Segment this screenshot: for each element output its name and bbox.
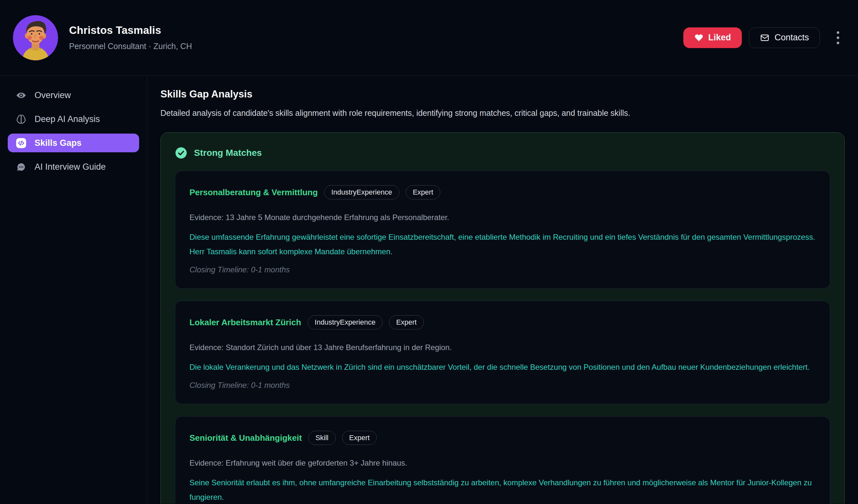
- section-title: Strong Matches: [194, 148, 262, 158]
- skill-closing-timeline: Closing Timeline: 0-1 months: [190, 381, 816, 390]
- sidebar-item-label: Deep AI Analysis: [34, 114, 100, 124]
- skill-level-badge: Expert: [342, 431, 377, 445]
- strong-matches-section: Strong Matches Personalberatung & Vermit…: [160, 132, 845, 504]
- sidebar-item-ai-interview-guide[interactable]: AI Interview Guide: [8, 158, 139, 176]
- skill-evidence: Evidence: Standort Zürich und über 13 Ja…: [190, 341, 816, 354]
- sidebar: Overview Deep AI Analysis Skills Gaps AI…: [0, 76, 147, 504]
- skill-level-badge: Expert: [406, 185, 441, 199]
- skill-card: Lokaler Arbeitsmarkt Zürich IndustryExpe…: [175, 301, 830, 404]
- skill-type-badge: IndustryExperience: [324, 185, 399, 199]
- sidebar-item-skills-gaps[interactable]: Skills Gaps: [8, 134, 139, 152]
- avatar: [13, 15, 58, 60]
- sidebar-item-label: Overview: [34, 90, 71, 100]
- kebab-menu-icon[interactable]: [831, 28, 845, 48]
- skill-card: Seniorität & Unabhängigkeit Skill Expert…: [175, 416, 830, 504]
- page-title: Skills Gap Analysis: [160, 88, 845, 100]
- skill-title: Personalberatung & Vermittlung: [190, 188, 318, 197]
- person-subtitle: Personnel Consultant · Zurich, CH: [69, 42, 192, 51]
- skill-impact: Die lokale Verankerung und das Netzwerk …: [190, 360, 816, 374]
- person-name: Christos Tasmalis: [69, 24, 192, 36]
- contacts-button-label: Contacts: [774, 33, 809, 43]
- avatar-illustration: [13, 15, 58, 60]
- sidebar-item-overview[interactable]: Overview: [8, 86, 139, 104]
- page-description: Detailed analysis of candidate's skills …: [160, 109, 845, 118]
- main-content: Skills Gap Analysis Detailed analysis of…: [147, 76, 858, 504]
- code-icon: [16, 138, 26, 148]
- skill-title: Lokaler Arbeitsmarkt Zürich: [190, 318, 301, 327]
- sidebar-item-label: AI Interview Guide: [34, 162, 106, 172]
- brain-icon: [16, 114, 26, 124]
- sidebar-item-label: Skills Gaps: [34, 138, 82, 148]
- skill-level-badge: Expert: [389, 315, 424, 329]
- skill-evidence: Evidence: 13 Jahre 5 Monate durchgehende…: [190, 211, 816, 224]
- skill-title: Seniorität & Unabhängigkeit: [190, 433, 302, 443]
- skill-type-badge: IndustryExperience: [308, 315, 382, 329]
- skill-card: Personalberatung & Vermittlung IndustryE…: [175, 171, 830, 289]
- liked-button-label: Liked: [708, 33, 731, 43]
- contacts-button[interactable]: Contacts: [749, 28, 820, 48]
- skill-evidence: Evidence: Erfahrung weit über die geford…: [190, 457, 816, 470]
- profile-header: Christos Tasmalis Personnel Consultant ·…: [0, 0, 858, 76]
- liked-button[interactable]: Liked: [683, 28, 742, 48]
- chat-bubble-icon: [16, 162, 26, 172]
- envelope-icon: [760, 33, 769, 43]
- sidebar-item-deep-ai-analysis[interactable]: Deep AI Analysis: [8, 110, 139, 128]
- skill-closing-timeline: Closing Timeline: 0-1 months: [190, 265, 816, 274]
- skill-type-badge: Skill: [308, 431, 335, 445]
- check-circle-icon: [175, 147, 187, 159]
- skill-impact: Seine Seniorität erlaubt es ihm, ohne um…: [190, 475, 816, 504]
- heart-icon: [694, 33, 703, 42]
- eye-icon: [16, 90, 26, 100]
- skill-impact: Diese umfassende Erfahrung gewährleistet…: [190, 230, 816, 259]
